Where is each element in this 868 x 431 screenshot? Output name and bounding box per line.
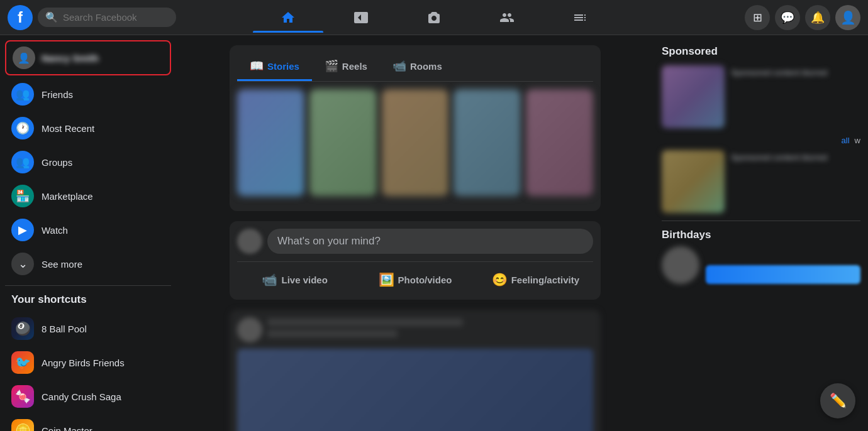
shortcut-angry-birds[interactable]: 🐦 Angry Birds Friends	[5, 346, 171, 379]
nav-menu[interactable]	[545, 3, 615, 33]
sidebar-item-most-recent[interactable]: 🕐 Most Recent	[5, 112, 171, 145]
topnav-left: f 🔍	[8, 5, 184, 30]
rooms-tab-label: Rooms	[410, 61, 442, 72]
blurred-post	[230, 310, 601, 431]
shortcut-label-angry-birds: Angry Birds Friends	[42, 357, 125, 368]
live-video-btn[interactable]: 📹 Live video	[237, 267, 352, 292]
blurred-line-2	[267, 330, 398, 337]
stories-tab-label: Stories	[267, 61, 299, 72]
sidebar-label-most-recent: Most Recent	[42, 123, 94, 134]
topnav-center	[253, 3, 615, 33]
reels-tab-label: Reels	[342, 61, 367, 72]
post-input-box[interactable]: What's on your mind?	[267, 229, 593, 254]
messenger-icon-btn[interactable]: 💬	[775, 5, 800, 30]
watch-icon: ▶	[11, 219, 34, 241]
post-input-row: What's on your mind?	[237, 229, 593, 254]
photo-video-label: Photo/video	[398, 275, 452, 285]
blurred-avatar	[237, 317, 262, 342]
sponsored-text-2: Sponsored content blurred	[731, 153, 860, 162]
shortcut-label-8-ball: 8 Ball Pool	[42, 324, 87, 334]
sidebar-item-friends[interactable]: 👥 Friends	[5, 78, 171, 111]
post-avatar	[237, 229, 262, 254]
coin-master-icon: 🪙	[11, 419, 34, 431]
sponsored-text-1: Sponsored content blurred	[731, 68, 860, 77]
see-more-icon: ⌄	[11, 253, 34, 275]
sidebar-divider	[5, 285, 171, 286]
sidebar-profile[interactable]: 👤 Nancy Smith	[5, 40, 171, 75]
sidebar-item-watch[interactable]: ▶ Watch	[5, 214, 171, 246]
right-sidebar: Sponsored Sponsored content blurred all …	[654, 35, 868, 431]
rooms-tab-icon: 📹	[392, 59, 406, 73]
sponsored-info-2: Sponsored content blurred	[731, 150, 860, 213]
tab-stories[interactable]: 📖 Stories	[237, 53, 312, 81]
profile-avatar: 👤	[13, 46, 35, 69]
sidebar-label-friends: Friends	[42, 89, 73, 100]
sponsored-w-link[interactable]: w	[855, 136, 860, 145]
sponsored-title: Sponsored	[662, 45, 860, 58]
main-layout: 👤 Nancy Smith 👥 Friends 🕐 Most Recent 👥 …	[0, 35, 868, 431]
shortcut-label-candy-crush: Candy Crush Saga	[42, 391, 121, 402]
search-icon: 🔍	[45, 11, 58, 23]
reels-tab-icon: 🎬	[325, 59, 338, 73]
top-navigation: f 🔍 ⊞ 💬 🔔 👤	[0, 0, 868, 35]
tab-reels[interactable]: 🎬 Reels	[312, 53, 380, 81]
sponsored-image-2[interactable]	[662, 150, 725, 213]
new-message-btn[interactable]: ✏️	[820, 383, 855, 418]
sponsored-info-1: Sponsored content blurred	[731, 65, 860, 128]
new-message-icon: ✏️	[830, 393, 847, 409]
blurred-line-1	[267, 319, 463, 326]
feeling-label: Feeling/activity	[511, 275, 579, 285]
story-item-5[interactable]	[526, 89, 593, 196]
facebook-logo[interactable]: f	[8, 5, 33, 30]
birthday-avatar	[662, 246, 699, 284]
story-item-3[interactable]	[382, 89, 449, 196]
most-recent-icon: 🕐	[11, 117, 34, 139]
nav-groups[interactable]	[472, 3, 542, 33]
shortcut-candy-crush[interactable]: 🍬 Candy Crush Saga	[5, 380, 171, 413]
8-ball-icon: 🎱	[11, 317, 34, 340]
photo-video-icon: 🖼️	[379, 272, 394, 287]
stories-card: 📖 Stories 🎬 Reels 📹 Rooms	[230, 45, 601, 211]
center-feed: 📖 Stories 🎬 Reels 📹 Rooms	[176, 35, 654, 431]
friends-icon: 👥	[11, 83, 34, 106]
sponsored-item-1: Sponsored content blurred	[662, 65, 860, 128]
shortcut-label-coin-master: Coin Master	[42, 425, 92, 432]
shortcut-8-ball[interactable]: 🎱 8 Ball Pool	[5, 312, 171, 345]
blurred-post-image	[237, 349, 593, 431]
shortcut-coin-master[interactable]: 🪙 Coin Master	[5, 414, 171, 431]
blurred-lines	[267, 319, 593, 341]
left-sidebar: 👤 Nancy Smith 👥 Friends 🕐 Most Recent 👥 …	[0, 35, 176, 431]
story-item-1[interactable]	[237, 89, 304, 196]
birthday-item	[662, 246, 860, 284]
sidebar-item-groups[interactable]: 👥 Groups	[5, 146, 171, 178]
sidebar-label-watch: Watch	[42, 225, 68, 236]
live-video-label: Live video	[281, 275, 327, 285]
create-post-area: What's on your mind? 📹 Live video 🖼️ Pho…	[230, 221, 601, 300]
live-video-icon: 📹	[262, 272, 277, 287]
nav-home[interactable]	[253, 3, 323, 33]
sponsored-all-link[interactable]: all	[842, 136, 850, 145]
photo-video-btn[interactable]: 🖼️ Photo/video	[357, 267, 472, 292]
candy-crush-icon: 🍬	[11, 385, 34, 408]
story-item-4[interactable]	[453, 89, 521, 196]
stories-tabs: 📖 Stories 🎬 Reels 📹 Rooms	[237, 53, 593, 82]
nav-video[interactable]	[326, 3, 396, 33]
user-avatar-btn[interactable]: 👤	[835, 5, 860, 30]
tab-rooms[interactable]: 📹 Rooms	[380, 53, 455, 81]
feeling-btn[interactable]: 😊 Feeling/activity	[478, 267, 593, 292]
stories-tab-icon: 📖	[250, 59, 264, 73]
nav-marketplace[interactable]	[399, 3, 469, 33]
search-input[interactable]	[63, 12, 169, 23]
stories-grid	[237, 89, 593, 196]
sidebar-label-see-more: See more	[42, 259, 82, 270]
search-box[interactable]: 🔍	[38, 8, 176, 27]
notifications-icon-btn[interactable]: 🔔	[805, 5, 830, 30]
post-actions-row: 📹 Live video 🖼️ Photo/video 😊 Feeling/ac…	[237, 261, 593, 292]
sponsored-item-2: Sponsored content blurred	[662, 150, 860, 213]
sponsored-image-1[interactable]	[662, 65, 725, 128]
sidebar-item-marketplace[interactable]: 🏪 Marketplace	[5, 180, 171, 212]
marketplace-icon: 🏪	[11, 185, 34, 207]
grid-icon-btn[interactable]: ⊞	[745, 5, 770, 30]
sidebar-item-see-more[interactable]: ⌄ See more	[5, 248, 171, 280]
story-item-2[interactable]	[309, 89, 377, 196]
